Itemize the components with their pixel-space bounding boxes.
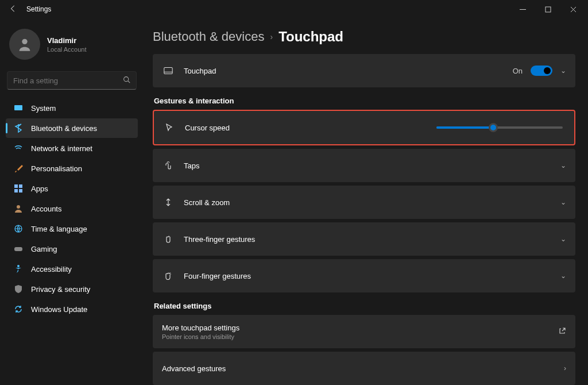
cursor-speed-slider[interactable] <box>436 126 563 129</box>
toggle-state-label: On <box>513 67 523 75</box>
back-button[interactable] <box>8 5 18 14</box>
three-finger-icon <box>162 234 175 244</box>
sidebar-item-accounts[interactable]: Accounts <box>6 199 138 218</box>
chevron-right-icon: › <box>564 364 566 372</box>
brush-icon <box>14 164 23 173</box>
gaming-icon <box>14 244 23 253</box>
content-pane: Bluetooth & devices › Touchpad Touchpad … <box>144 18 588 385</box>
more-touchpad-settings-card[interactable]: More touchpad settings Pointer icons and… <box>153 315 575 348</box>
cursor-speed-card[interactable]: Cursor speed <box>153 110 575 145</box>
sidebar-item-apps[interactable]: Apps <box>6 179 138 198</box>
svg-rect-10 <box>14 247 22 251</box>
profile-sub: Local Account <box>47 46 87 53</box>
four-finger-icon <box>162 271 175 280</box>
svg-rect-0 <box>546 7 551 12</box>
touchpad-toggle-card[interactable]: Touchpad On ⌄ <box>153 54 575 87</box>
apps-icon <box>14 184 23 193</box>
touchpad-toggle[interactable] <box>531 66 552 76</box>
svg-rect-3 <box>14 105 22 110</box>
sidebar-item-windows-update[interactable]: Windows Update <box>6 299 138 319</box>
nav-list: System Bluetooth & devices Network & int… <box>3 95 140 322</box>
sidebar-item-personalisation[interactable]: Personalisation <box>6 159 138 178</box>
sidebar-item-system[interactable]: System <box>6 98 138 118</box>
sidebar-item-network[interactable]: Network & internet <box>6 138 138 158</box>
sidebar-item-accessibility[interactable]: Accessibility <box>6 259 138 279</box>
svg-point-8 <box>17 205 20 209</box>
sidebar-item-privacy-security[interactable]: Privacy & security <box>6 279 138 299</box>
update-icon <box>14 305 23 314</box>
sidebar-item-bluetooth-devices[interactable]: Bluetooth & devices <box>6 118 138 138</box>
svg-rect-6 <box>14 189 18 192</box>
svg-point-1 <box>22 39 27 44</box>
close-button[interactable] <box>560 1 586 18</box>
svg-rect-7 <box>19 189 22 192</box>
chevron-down-icon: ⌄ <box>560 161 566 170</box>
chevron-down-icon: ⌄ <box>560 235 566 243</box>
svg-point-2 <box>124 77 129 82</box>
accessibility-icon <box>14 264 23 274</box>
profile-block[interactable]: Vladimir Local Account <box>3 24 140 69</box>
cursor-icon <box>163 123 176 132</box>
four-finger-card[interactable]: Four-finger gestures ⌄ <box>153 259 575 292</box>
wifi-icon <box>14 144 23 153</box>
sidebar-item-time-language[interactable]: Time & language <box>6 219 138 238</box>
minimize-button[interactable] <box>510 1 535 18</box>
bluetooth-icon <box>14 124 23 133</box>
search-box[interactable] <box>7 71 137 90</box>
titlebar: Settings <box>0 0 588 18</box>
chevron-right-icon: › <box>270 32 273 41</box>
taps-card[interactable]: Taps ⌄ <box>153 149 575 182</box>
search-input[interactable] <box>13 76 123 85</box>
chevron-down-icon[interactable]: ⌄ <box>560 67 566 75</box>
display-icon <box>14 103 23 113</box>
chevron-down-icon: ⌄ <box>560 272 566 280</box>
breadcrumb-parent[interactable]: Bluetooth & devices <box>153 29 264 44</box>
breadcrumb-current: Touchpad <box>278 29 343 45</box>
sidebar: Vladimir Local Account System Bluetooth … <box>0 18 144 385</box>
slider-thumb[interactable] <box>489 123 498 132</box>
scroll-zoom-card[interactable]: Scroll & zoom ⌄ <box>153 186 575 219</box>
chevron-down-icon: ⌄ <box>560 198 566 206</box>
shield-icon <box>14 284 23 294</box>
advanced-gestures-card[interactable]: Advanced gestures › <box>153 352 575 385</box>
person-icon <box>14 204 23 213</box>
three-finger-card[interactable]: Three-finger gestures ⌄ <box>153 222 575 256</box>
tap-icon <box>162 161 175 170</box>
scroll-icon <box>162 198 175 207</box>
svg-rect-4 <box>14 184 18 188</box>
svg-rect-12 <box>164 67 172 74</box>
breadcrumb: Bluetooth & devices › Touchpad <box>153 29 575 45</box>
sidebar-item-gaming[interactable]: Gaming <box>6 239 138 259</box>
svg-rect-5 <box>19 184 22 188</box>
avatar <box>9 29 40 60</box>
profile-name: Vladimir <box>47 36 87 45</box>
window-title: Settings <box>26 5 51 13</box>
globe-icon <box>14 224 23 233</box>
section-header-gestures: Gestures & interaction <box>154 97 575 105</box>
section-header-related: Related settings <box>154 302 575 310</box>
open-external-icon <box>558 327 566 337</box>
maximize-button[interactable] <box>535 1 560 18</box>
search-icon <box>123 76 130 85</box>
touchpad-icon <box>162 66 175 75</box>
svg-point-11 <box>17 265 20 267</box>
